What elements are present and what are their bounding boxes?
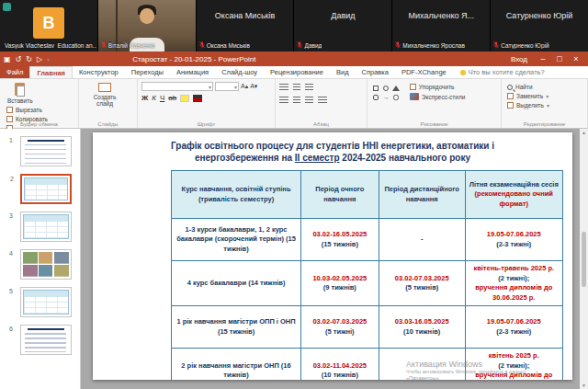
replace-button[interactable]: Заменить▾ xyxy=(507,93,549,99)
bold-button[interactable]: Ж xyxy=(141,94,148,102)
scroll-down-icon[interactable]: ▼ xyxy=(582,383,586,388)
participant-name-tag: Давид xyxy=(297,41,322,49)
participant-name-tag: Віталій Савченко xyxy=(101,41,156,49)
grow-font-icon[interactable]: A▴ xyxy=(241,83,248,90)
scrollbar-thumb[interactable] xyxy=(582,232,586,287)
bullets-icon[interactable] xyxy=(279,84,288,91)
numbering-icon[interactable] xyxy=(293,84,300,91)
find-icon xyxy=(507,85,513,90)
scroll-up-icon[interactable]: ▲ xyxy=(582,130,586,135)
slide-thumb-6[interactable]: 6 xyxy=(20,325,72,355)
tab-review[interactable]: Рецензирование xyxy=(264,66,330,78)
quick-styles-button[interactable]: Экспресс-стили xyxy=(410,93,466,100)
group-paragraph: Абзац xyxy=(276,79,368,128)
participant-tile-savchenko[interactable]: Віталій Савченко xyxy=(98,0,196,51)
square-shape-icon xyxy=(373,86,379,91)
table-row: 1-3 курси бакалаври, 1, 2 курс бакалаври… xyxy=(172,219,563,261)
header-full-time: Період очного навчання xyxy=(300,171,379,219)
workspace: 1 2 3 4 5 6 xyxy=(0,129,588,389)
slide-thumb-4[interactable]: 4 xyxy=(20,249,72,280)
participant-name-tag: Сатурненко Юрій xyxy=(493,41,548,49)
tab-view[interactable]: Вид xyxy=(330,66,356,78)
undo-icon[interactable]: ↺ xyxy=(16,55,22,63)
participant-tile-vasyuk[interactable]: B Vasyuk Viacheslav_Education an... xyxy=(0,0,97,51)
underline-button[interactable]: Ч xyxy=(160,94,164,102)
cell-distance: 03.03-16.05.2025 (10 тижнів) xyxy=(379,306,465,349)
indent-icon[interactable] xyxy=(305,84,313,91)
redo-icon[interactable]: ↻ xyxy=(26,55,32,63)
header-course: Курс навчання, освітній ступінь (тривалі… xyxy=(172,171,300,219)
align-center-icon[interactable] xyxy=(293,97,300,104)
slide-number: 5 xyxy=(9,288,13,294)
tab-file[interactable]: Файл xyxy=(0,66,29,78)
font-size-combo[interactable]: ▾ xyxy=(215,82,239,91)
group-label: Слайды xyxy=(79,121,137,127)
slide-editor[interactable]: Графік освітнього процесу для студентів … xyxy=(93,132,572,380)
participant-tile-saturnenko[interactable]: Сатурненко Юрій Сатурненко Юрій xyxy=(491,0,588,51)
strikethrough-button[interactable]: ab xyxy=(168,94,176,102)
group-editing: Найти Заменить▾ Выделить▾ Редактирование xyxy=(502,79,588,128)
slide-number: 1 xyxy=(9,137,13,143)
align-right-icon[interactable] xyxy=(305,97,313,104)
participant-tile-mykhalchenko[interactable]: Михальченко Я... Михальченко Ярослав xyxy=(392,0,490,51)
cut-button[interactable]: Вырезать xyxy=(6,107,48,113)
slide-thumb-3[interactable]: 3 xyxy=(20,212,72,242)
tab-help[interactable]: Справка xyxy=(356,66,395,78)
cell-full-time: 03.02-11.04.2025 (10 тижнів) xyxy=(300,349,379,381)
ribbon: Вставить Вырезать Копировать Буфер обмен… xyxy=(0,79,588,129)
replace-icon xyxy=(507,93,514,99)
vertical-scrollbar[interactable]: ▲ ▼ xyxy=(580,129,588,389)
group-slides: Создать слайд Слайды xyxy=(79,79,138,128)
paste-button[interactable]: Вставить xyxy=(4,82,37,105)
slide-number: 3 xyxy=(9,212,13,219)
restore-button[interactable]: □ xyxy=(551,54,568,63)
paste-icon xyxy=(15,83,25,96)
minimize-button[interactable]: – xyxy=(535,54,551,63)
tab-slideshow[interactable]: Слайд-шоу xyxy=(215,66,264,78)
font-name-combo[interactable]: ▾ xyxy=(141,82,213,91)
select-button[interactable]: Выделить▾ xyxy=(507,102,549,109)
participant-name-tag: Оксана Миськів xyxy=(199,41,250,49)
muted-mic-icon xyxy=(493,41,499,49)
slide-thumb-1[interactable]: 1 xyxy=(20,136,72,166)
close-button[interactable]: × xyxy=(568,54,584,63)
signin-button[interactable]: Вход xyxy=(511,55,527,63)
quick-styles-icon xyxy=(410,93,419,100)
tab-pdf-xchange[interactable]: PDF-XChange xyxy=(395,66,453,78)
highlight-color-icon[interactable] xyxy=(180,95,189,102)
font-color-icon[interactable] xyxy=(193,95,202,102)
tab-transitions[interactable]: Переходы xyxy=(125,66,170,78)
shrink-font-icon[interactable]: A▾ xyxy=(250,83,257,90)
justify-icon[interactable] xyxy=(318,97,327,104)
slide-thumb-2-selected[interactable]: 2 xyxy=(20,174,72,204)
muted-mic-icon xyxy=(297,41,302,49)
table-row: 4 курс бакалаври (14 тижнів) 10.03-02.05… xyxy=(172,261,563,306)
participant-center-name: Оксана Миськів xyxy=(197,11,294,20)
find-button[interactable]: Найти xyxy=(507,84,549,90)
cell-course: 4 курс бакалаври (14 тижнів) xyxy=(172,261,300,306)
shapes-gallery[interactable]: → xyxy=(371,84,401,101)
group-clipboard: Вставить Вырезать Копировать Буфер обмен… xyxy=(0,79,79,128)
slideshow-icon[interactable]: ▷ xyxy=(37,55,42,63)
tab-home[interactable]: Главная xyxy=(29,66,73,78)
cell-session: 19.05-07.06.2025 (2-3 тижні) xyxy=(465,219,562,261)
slide-thumbnail-panel: 1 2 3 4 5 6 xyxy=(0,129,81,389)
group-label: Буфер обмена xyxy=(0,121,78,127)
save-icon[interactable]: ▣ xyxy=(4,55,11,63)
circle-shape-icon xyxy=(383,86,389,91)
tab-design[interactable]: Конструктор xyxy=(73,66,125,78)
participant-name-tag: Михальченко Ярослав xyxy=(395,41,465,49)
new-slide-button[interactable]: Создать слайд xyxy=(83,82,127,108)
ribbon-tabs: Файл Главная Конструктор Переходы Анимац… xyxy=(0,66,588,79)
arrange-button[interactable]: Упорядочить xyxy=(410,84,466,90)
schedule-table: Курс навчання, освітній ступінь (тривалі… xyxy=(171,170,563,380)
italic-button[interactable]: К xyxy=(152,94,156,102)
participant-tile-david[interactable]: Давид Давид xyxy=(294,0,391,51)
muted-mic-icon xyxy=(199,41,205,49)
slide-thumb-5[interactable]: 5 xyxy=(20,287,72,317)
qat-dropdown-icon[interactable]: ▾ xyxy=(47,56,50,63)
align-left-icon[interactable] xyxy=(279,97,288,104)
tell-me-search[interactable]: Что вы хотите сделать? xyxy=(453,66,552,78)
participant-tile-myskiv[interactable]: Оксана Миськів Оксана Миськів xyxy=(197,0,294,51)
tab-animations[interactable]: Анимация xyxy=(170,66,215,78)
